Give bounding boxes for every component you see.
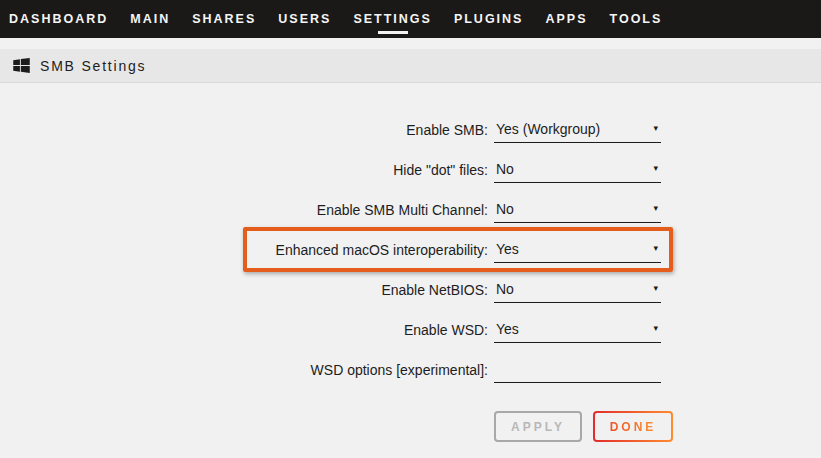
hide-dot-files-value: No bbox=[496, 161, 514, 177]
wsd-value: Yes bbox=[496, 321, 519, 337]
done-button[interactable]: DONE bbox=[593, 411, 673, 442]
top-nav: DASHBOARD MAIN SHARES USERS SETTINGS PLU… bbox=[0, 0, 821, 38]
active-tab-underline bbox=[378, 31, 408, 34]
windows-icon bbox=[13, 58, 30, 73]
smb-multichannel-label: Enable SMB Multi Channel: bbox=[0, 202, 488, 218]
form-row-enable-smb: Enable SMB: Yes (Workgroup) ▾ bbox=[0, 110, 821, 150]
nav-item-settings-label: SETTINGS bbox=[353, 12, 432, 26]
smb-multichannel-value: No bbox=[496, 201, 514, 217]
nav-item-users[interactable]: USERS bbox=[278, 12, 331, 26]
chevron-down-icon: ▾ bbox=[653, 204, 658, 213]
chevron-down-icon: ▾ bbox=[653, 284, 658, 293]
nav-item-shares[interactable]: SHARES bbox=[192, 12, 256, 26]
nav-item-dashboard[interactable]: DASHBOARD bbox=[9, 12, 108, 26]
macos-interop-value: Yes bbox=[496, 241, 519, 257]
section-header: SMB Settings bbox=[0, 49, 821, 83]
done-button-inner: DONE bbox=[595, 413, 671, 440]
wsd-options-label: WSD options [experimental]: bbox=[0, 362, 488, 378]
netbios-value: No bbox=[496, 281, 514, 297]
done-button-label: DONE bbox=[610, 420, 657, 434]
enable-smb-value: Yes (Workgroup) bbox=[496, 121, 600, 137]
nav-item-apps[interactable]: APPS bbox=[545, 12, 587, 26]
enable-smb-select[interactable]: Yes (Workgroup) ▾ bbox=[494, 117, 661, 143]
form-row-wsd-options: WSD options [experimental]: bbox=[0, 350, 821, 390]
chevron-down-icon: ▾ bbox=[653, 324, 658, 333]
chevron-down-icon: ▾ bbox=[653, 124, 658, 133]
hide-dot-files-label: Hide "dot" files: bbox=[0, 162, 488, 178]
netbios-label: Enable NetBIOS: bbox=[0, 282, 488, 298]
nav-item-tools[interactable]: TOOLS bbox=[610, 12, 663, 26]
page-title: SMB Settings bbox=[40, 58, 146, 74]
apply-button[interactable]: APPLY bbox=[494, 411, 582, 442]
hide-dot-files-select[interactable]: No ▾ bbox=[494, 157, 661, 183]
netbios-select[interactable]: No ▾ bbox=[494, 277, 661, 303]
form-row-hide-dot-files: Hide "dot" files: No ▾ bbox=[0, 150, 821, 190]
macos-interop-select[interactable]: Yes ▾ bbox=[494, 237, 661, 263]
enable-smb-label: Enable SMB: bbox=[0, 122, 488, 138]
nav-item-main[interactable]: MAIN bbox=[130, 12, 170, 26]
wsd-label: Enable WSD: bbox=[0, 322, 488, 338]
form-row-macos-interop: Enhanced macOS interoperability: Yes ▾ bbox=[0, 230, 821, 270]
form-row-wsd: Enable WSD: Yes ▾ bbox=[0, 310, 821, 350]
form-buttons: APPLY DONE bbox=[494, 411, 821, 442]
nav-spacer bbox=[0, 38, 821, 49]
smb-multichannel-select[interactable]: No ▾ bbox=[494, 197, 661, 223]
nav-item-plugins[interactable]: PLUGINS bbox=[454, 12, 524, 26]
form-row-netbios: Enable NetBIOS: No ▾ bbox=[0, 270, 821, 310]
wsd-options-input[interactable] bbox=[494, 357, 661, 383]
wsd-select[interactable]: Yes ▾ bbox=[494, 317, 661, 343]
macos-interop-label: Enhanced macOS interoperability: bbox=[0, 242, 488, 258]
smb-settings-form: Enable SMB: Yes (Workgroup) ▾ Hide "dot"… bbox=[0, 83, 821, 442]
chevron-down-icon: ▾ bbox=[653, 244, 658, 253]
form-row-smb-multichannel: Enable SMB Multi Channel: No ▾ bbox=[0, 190, 821, 230]
nav-item-settings[interactable]: SETTINGS bbox=[353, 12, 432, 26]
chevron-down-icon: ▾ bbox=[653, 164, 658, 173]
